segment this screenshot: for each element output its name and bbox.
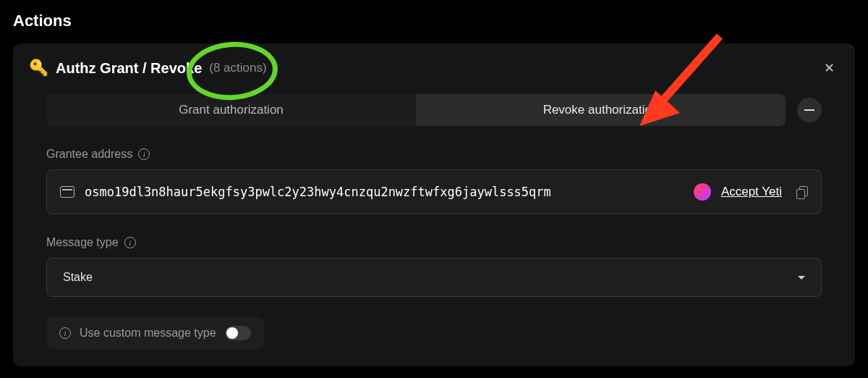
svg-rect-0 [804, 109, 814, 111]
remove-action-button[interactable] [797, 98, 822, 122]
copy-icon[interactable] [796, 186, 808, 198]
actions-count: (8 actions) [209, 61, 266, 75]
grantee-address-input[interactable]: osmo19dl3n8haur5ekgfsy3pwlc2y23hwy4cnzqu… [46, 169, 822, 214]
tab-group: Grant authorization Revoke authorization [46, 94, 786, 126]
close-icon[interactable]: ✕ [819, 58, 839, 78]
card-header: 🔑 Authz Grant / Revoke (8 actions) ✕ [13, 43, 855, 91]
avatar [694, 183, 711, 201]
tab-revoke[interactable]: Revoke authorization [416, 94, 786, 126]
message-type-label-row: Message type i [46, 236, 822, 249]
key-icon: 🔑 [29, 59, 48, 77]
card-body: Grant authorization Revoke authorization… [13, 91, 855, 366]
card-title: Authz Grant / Revoke [56, 60, 202, 77]
action-card: 🔑 Authz Grant / Revoke (8 actions) ✕ Gra… [13, 43, 855, 366]
message-type-value: Stake [63, 271, 93, 284]
info-icon[interactable]: i [124, 237, 136, 248]
custom-message-toggle[interactable] [225, 326, 251, 340]
grantee-label: Grantee address [46, 148, 132, 161]
grantee-address-value: osmo19dl3n8haur5ekgfsy3pwlc2y23hwy4cnzqu… [85, 185, 684, 199]
tabs-row: Grant authorization Revoke authorization [46, 94, 822, 126]
custom-message-row: i Use custom message type [46, 317, 264, 349]
tab-grant[interactable]: Grant authorization [46, 94, 416, 126]
info-icon[interactable]: i [138, 148, 150, 160]
grantee-label-row: Grantee address i [46, 148, 822, 161]
chevron-down-icon [798, 276, 805, 280]
message-type-select[interactable]: Stake [46, 258, 822, 297]
custom-message-label: Use custom message type [80, 327, 216, 340]
grantee-name-link[interactable]: Accept Yeti [721, 185, 782, 199]
message-type-label: Message type [46, 236, 119, 249]
info-icon[interactable]: i [59, 327, 71, 339]
page-title: Actions [13, 12, 855, 30]
minus-icon [804, 109, 814, 111]
wallet-icon [60, 186, 75, 198]
